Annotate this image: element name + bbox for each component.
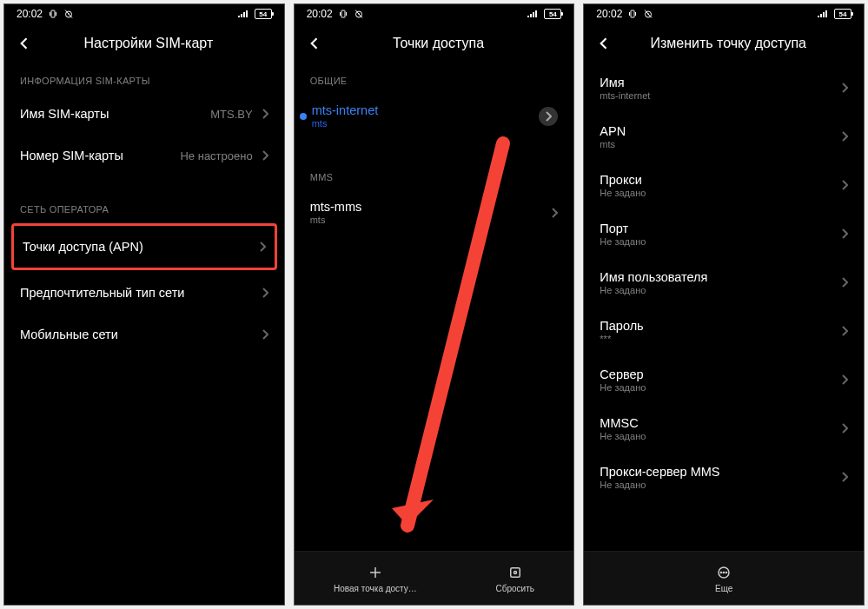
chevron-right-icon — [841, 423, 848, 434]
svg-rect-0 — [51, 10, 55, 17]
alarm-off-icon — [354, 9, 364, 19]
sublabel: mts — [600, 139, 841, 149]
header: Настройки SIM-карт — [4, 23, 284, 63]
page-title: Настройки SIM-карт — [44, 36, 275, 51]
screen-sim-settings: 20:02 54 Настройки SIM-карт ИНФОРМАЦИЯ S… — [3, 3, 285, 606]
row-preferred-network[interactable]: Предпочтительный тип сети — [4, 272, 284, 314]
row-mts-mms[interactable]: mts-mms mts — [295, 189, 574, 235]
label: Пароль — [600, 319, 841, 333]
back-button[interactable] — [303, 32, 326, 55]
svg-point-12 — [721, 572, 722, 573]
svg-point-14 — [726, 572, 727, 573]
section-header-mms: MMS — [295, 160, 574, 189]
sublabel: Не задано — [600, 431, 841, 441]
bottom-bar: Новая точка досту… Сбросить — [295, 551, 574, 605]
sublabel: Не задано — [600, 285, 841, 295]
value: Не настроено — [180, 149, 252, 162]
chevron-right-icon — [262, 150, 268, 161]
status-time: 20:02 — [596, 8, 622, 20]
label: mts-internet — [312, 103, 540, 117]
label: APN — [600, 124, 841, 138]
label: Имя пользователя — [600, 270, 841, 284]
vibrate-icon — [338, 9, 348, 19]
label: mts-mms — [310, 200, 552, 214]
row-sim-number[interactable]: Номер SIM-карты Не настроено — [4, 135, 284, 176]
reset-button[interactable]: Сбросить — [496, 564, 534, 593]
value: MTS.BY — [210, 108, 252, 121]
apn-field-row[interactable]: MMSCНе задано — [584, 404, 864, 453]
new-apn-button[interactable]: Новая точка досту… — [334, 564, 417, 593]
highlight-apn: Точки доступа (APN) — [11, 223, 277, 270]
svg-rect-9 — [631, 10, 634, 17]
label: Сбросить — [496, 584, 534, 593]
chevron-right-icon — [841, 277, 848, 288]
chevron-right-icon — [841, 228, 848, 239]
screen-edit-apn: 20:02 54 Изменить точку доступа Имяmts-i… — [583, 3, 865, 606]
section-header-operator: СЕТЬ ОПЕРАТОРА — [4, 192, 284, 222]
chevron-right-icon — [841, 131, 848, 142]
label: Прокси — [600, 173, 841, 187]
alarm-off-icon — [63, 9, 74, 19]
back-button[interactable] — [593, 32, 615, 55]
row-mts-internet[interactable]: mts-internet mts — [295, 93, 574, 139]
apn-field-row[interactable]: Пароль*** — [584, 307, 864, 355]
page-title: Изменить точку доступа — [624, 36, 855, 51]
sublabel: *** — [600, 334, 841, 344]
label: Имя — [600, 76, 841, 89]
label: Сервер — [600, 367, 841, 381]
label: Порт — [600, 222, 841, 235]
screen-access-points: 20:02 54 Точки доступа ОБЩИЕ mts-interne… — [294, 3, 575, 606]
sublabel: Не задано — [600, 480, 841, 490]
label: Прокси-сервер MMS — [600, 465, 841, 479]
header: Точки доступа — [295, 23, 574, 63]
header: Изменить точку доступа — [584, 23, 864, 63]
status-bar: 20:02 54 — [295, 4, 574, 23]
row-mobile-networks[interactable]: Мобильные сети — [4, 314, 284, 355]
label: Еще — [715, 584, 732, 593]
section-header-general: ОБЩИЕ — [295, 63, 574, 93]
sublabel: mts — [310, 215, 552, 225]
row-sim-name[interactable]: Имя SIM-карты MTS.BY — [4, 93, 284, 135]
section-header-sim-info: ИНФОРМАЦИЯ SIM-КАРТЫ — [4, 63, 284, 93]
row-apn[interactable]: Точки доступа (APN) — [14, 226, 275, 268]
sublabel: mts — [312, 118, 540, 129]
chevron-right-icon — [841, 83, 848, 93]
label: Предпочтительный тип сети — [20, 286, 262, 300]
more-button[interactable]: Еще — [715, 564, 732, 593]
signal-icon — [237, 10, 249, 18]
plus-icon — [367, 564, 384, 581]
label: Мобильные сети — [20, 328, 262, 341]
label: Новая точка досту… — [334, 584, 417, 593]
svg-point-13 — [724, 572, 725, 573]
chevron-right-icon — [841, 374, 848, 385]
svg-rect-2 — [341, 10, 345, 17]
apn-field-row[interactable]: ПроксиНе задано — [584, 161, 864, 209]
back-button[interactable] — [13, 32, 36, 55]
apn-field-row[interactable]: Прокси-сервер MMSНе задано — [584, 453, 864, 501]
chevron-right-icon — [262, 109, 268, 119]
status-time: 20:02 — [307, 8, 333, 20]
alarm-off-icon — [643, 9, 653, 19]
vibrate-icon — [48, 9, 58, 19]
status-bar: 20:02 54 — [4, 4, 284, 23]
status-time: 20:02 — [17, 8, 43, 20]
apn-field-row[interactable]: СерверНе задано — [584, 355, 864, 404]
chevron-right-icon — [259, 242, 266, 252]
sublabel: Не задано — [600, 236, 841, 247]
svg-point-5 — [514, 571, 516, 573]
battery-indicator: 54 — [544, 9, 561, 19]
chevron-right-icon[interactable] — [539, 107, 558, 126]
battery-indicator: 54 — [255, 9, 272, 19]
apn-field-row[interactable]: APNmts — [584, 112, 864, 161]
reset-icon — [507, 564, 524, 581]
signal-icon — [817, 10, 829, 18]
apn-field-row[interactable]: ПортНе задано — [584, 209, 864, 258]
label: Номер SIM-карты — [20, 149, 180, 162]
label: Имя SIM-карты — [20, 107, 210, 121]
apn-field-row[interactable]: Имяmts-internet — [584, 63, 864, 112]
chevron-right-icon — [262, 329, 268, 340]
apn-field-row[interactable]: Имя пользователяНе задано — [584, 258, 864, 307]
bottom-bar: Еще — [584, 551, 864, 605]
chevron-right-icon — [262, 288, 268, 298]
label: MMSC — [600, 416, 841, 430]
